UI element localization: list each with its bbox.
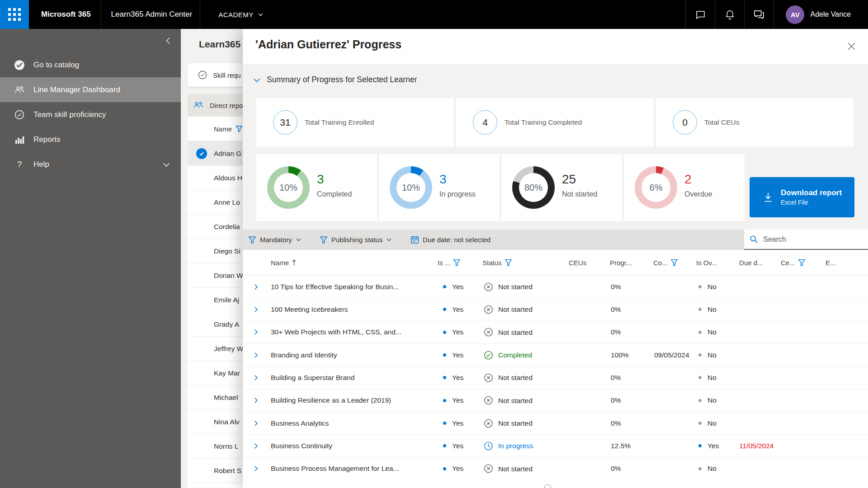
table-row[interactable]: Branding and IdentityYesCompleted100%09/… (243, 344, 868, 366)
direct-reports-label: Direct repo (210, 102, 243, 109)
table-row[interactable]: 10 Tips for Effective Speaking for Busin… (243, 276, 868, 298)
search-box (744, 230, 868, 250)
sidebar-item-team-skill-proficiency[interactable]: Team skill proficiency (0, 102, 181, 127)
donut-label: Completed (317, 190, 352, 198)
learner-progress-panel: 'Adrian Gutierrez' Progress Summary of P… (243, 29, 868, 488)
due-date-value: 11/05/2024 (739, 442, 774, 450)
column-header-due-date[interactable]: Due d... (739, 259, 763, 267)
donut-count: 3 (439, 172, 447, 187)
table-row[interactable]: Building a Superstar BrandYesNot started… (243, 366, 868, 389)
summary-header: Summary of Progress for Selected Learner (267, 75, 417, 84)
notifications-button[interactable] (715, 0, 744, 29)
sidebar-item-line-manager-dashboard[interactable]: Line Manager Dashboard (0, 77, 181, 102)
download-icon (762, 192, 774, 203)
people-icon (14, 84, 25, 96)
table-row[interactable]: Business AnalyticsYesNot started0%No (243, 412, 868, 435)
donut-percent: 10% (267, 166, 310, 209)
column-header-is-overdue[interactable]: Is Ov... (696, 259, 717, 267)
user-name[interactable]: Adele Vance (810, 10, 851, 19)
expand-row-icon[interactable] (253, 420, 259, 427)
filter-icon (798, 259, 806, 267)
stat-card-total-training-completed: 4Total Training Completed (456, 98, 654, 147)
expand-row-icon[interactable] (253, 375, 259, 381)
is-overdue-value: No (698, 374, 717, 382)
chevron-down-icon (258, 12, 264, 18)
expand-row-icon[interactable] (253, 329, 259, 335)
person-name: Cordelia (214, 223, 240, 231)
table-row[interactable]: Business ContinuityYesIn progress12.5%Ye… (243, 435, 868, 457)
person-name: Dorian W (214, 272, 243, 280)
due-date-filter[interactable]: Due date: not selected (410, 230, 491, 250)
column-header-ceus[interactable]: CEUs (569, 259, 586, 267)
app-name[interactable]: Learn365 Admin Center (111, 10, 193, 19)
column-header-name[interactable]: Name (271, 259, 297, 267)
column-header-completion[interactable]: Co... (653, 259, 678, 267)
training-table: Name Is ... Status CEUs Progr... Co... (243, 250, 868, 488)
filter-icon (505, 259, 512, 267)
training-name: Branding and Identity (271, 351, 337, 359)
search-input[interactable] (763, 235, 854, 244)
donut-card-completed: 10%3Completed (256, 154, 377, 221)
tenant-name: ACADEMY (218, 11, 254, 19)
column-header-e[interactable]: E... (826, 259, 836, 267)
status-value: Not started (484, 396, 533, 405)
summary-collapse-button[interactable] (253, 76, 261, 84)
tenant-selector[interactable]: ACADEMY (218, 11, 264, 19)
person-name: Emile Aj (214, 296, 239, 304)
person-name: Aldous H (214, 174, 242, 182)
expand-row-icon[interactable] (253, 352, 259, 358)
expand-row-icon[interactable] (253, 397, 259, 404)
table-row[interactable]: Building Resilience as a Leader (2019)Ye… (243, 389, 868, 412)
donut-label: In progress (439, 190, 476, 198)
stat-value: 0 (673, 110, 697, 135)
publishing-status-filter[interactable]: Publishing status (320, 230, 392, 250)
partial-next-row-icon (544, 484, 551, 488)
column-header-certificate[interactable]: Ce... (781, 259, 806, 267)
table-row[interactable]: Business Process Management for Lea...Ye… (243, 458, 868, 480)
is-overdue-value: Yes (698, 442, 719, 450)
sidebar-item-help[interactable]: ? Help (0, 152, 181, 177)
is-overdue-value: No (698, 465, 717, 473)
app-launcher-button[interactable] (0, 0, 29, 29)
person-name: Grady A (214, 320, 239, 328)
waffle-icon (8, 8, 21, 21)
person-name: Adrian G (214, 150, 241, 158)
sidebar-item-go-to-catalog[interactable]: Go to catalog (0, 52, 181, 77)
status-value: Completed (484, 350, 532, 360)
column-header-status[interactable]: Status (482, 259, 512, 267)
is-overdue-value: No (698, 305, 717, 314)
progress-value: 100% (611, 351, 629, 359)
is-overdue-value: No (698, 396, 717, 404)
donut-count: 3 (317, 172, 324, 187)
download-report-button[interactable]: Download report Excel File (750, 177, 854, 217)
product-name[interactable]: Microsoft 365 (41, 10, 91, 19)
sidebar-item-reports[interactable]: Reports (0, 127, 181, 152)
expand-row-icon[interactable] (253, 465, 259, 472)
column-header-progress[interactable]: Progr... (610, 259, 632, 267)
sidebar-collapse-button[interactable] (161, 33, 175, 48)
expand-row-icon[interactable] (253, 306, 259, 313)
feedback-button[interactable] (745, 0, 774, 29)
filter-icon[interactable] (236, 125, 243, 132)
table-row[interactable]: 100 Meeting IcebreakersYesNot started0%N… (243, 298, 868, 321)
user-avatar[interactable]: AV (786, 5, 804, 24)
avatar-initials: AV (791, 11, 800, 19)
training-name: Business Continuity (271, 442, 332, 450)
mandatory-filter[interactable]: Mandatory (248, 230, 302, 250)
stat-cards: 31Total Training Enrolled4Total Training… (256, 98, 854, 147)
donut-card-overdue: 6%2Overdue (624, 154, 745, 221)
chat-button[interactable] (686, 0, 715, 29)
is-mandatory-value: Yes (443, 419, 463, 427)
calendar-icon (410, 235, 419, 244)
training-table-body: 10 Tips for Effective Speaking for Busin… (243, 276, 868, 488)
expand-row-icon[interactable] (253, 443, 259, 449)
close-button[interactable] (846, 41, 857, 52)
is-overdue-value: No (698, 351, 717, 359)
donut-label: Overdue (684, 190, 712, 198)
expand-row-icon[interactable] (253, 284, 259, 290)
status-value: Not started (484, 464, 533, 474)
table-row[interactable]: 30+ Web Projects with HTML, CSS, and...Y… (243, 321, 868, 344)
column-header-is-mandatory[interactable]: Is ... (438, 259, 461, 267)
help-icon: ? (14, 160, 25, 169)
person-name: Norris L (214, 442, 238, 450)
